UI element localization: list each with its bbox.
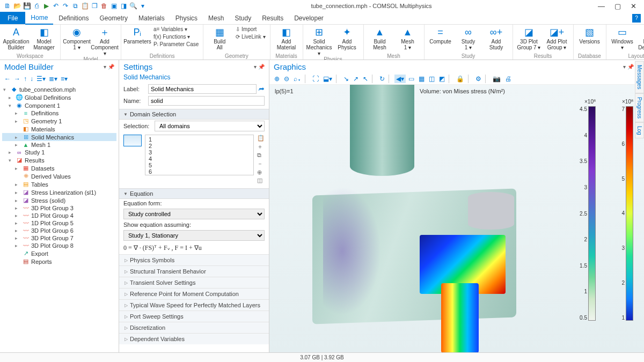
ribbon-compute-button[interactable]: =Compute: [428, 26, 453, 45]
ribbon-windows-button[interactable]: ▭Windows▾: [610, 26, 635, 50]
ribbon-study1-button[interactable]: ∞Study1 ▾: [456, 26, 481, 50]
qat-run-icon[interactable]: ▶: [42, 2, 50, 10]
ribbon-reset-button[interactable]: ↺ResetDesktop ▾: [638, 26, 644, 50]
domain-item[interactable]: 3: [149, 149, 250, 156]
transparency-icon[interactable]: ▦: [417, 75, 426, 83]
zoom-box-icon[interactable]: ⌕▾: [292, 75, 303, 83]
ribbon-parameters-button[interactable]: PᵢParameters: [125, 26, 150, 45]
qat-paste-icon[interactable]: 📋: [80, 2, 89, 10]
selection-dropdown[interactable]: All domains: [155, 121, 265, 131]
file-tab[interactable]: File: [0, 12, 25, 24]
collapsed-section[interactable]: ▷ Typical Wave Speed for Perfectly Match…: [119, 299, 269, 311]
tree-node[interactable]: ▾◆tube_connection.mph: [2, 85, 116, 93]
ribbon-model_manager-button[interactable]: ◧ModelManager: [31, 26, 57, 50]
collapsed-section[interactable]: ▷ Discretization: [119, 322, 269, 333]
tree-node[interactable]: ▸🌐Global Definitions: [2, 93, 116, 101]
domain-item[interactable]: 1: [149, 136, 250, 143]
sel-toggle-icon[interactable]: ◫: [257, 177, 265, 184]
go-default-icon[interactable]: ↘: [342, 75, 350, 83]
tree-node[interactable]: ◧Materials: [2, 125, 116, 133]
tab-developer[interactable]: Developer: [289, 12, 329, 24]
selection-thumbnail[interactable]: [123, 135, 142, 146]
collapsed-section[interactable]: ▷ Physics Symbols: [119, 254, 269, 265]
ribbon-small-item[interactable]: ⇩ Import: [235, 26, 266, 33]
grid-icon[interactable]: ◩: [437, 75, 447, 83]
tree-node[interactable]: ▾◉Component 1: [2, 101, 116, 109]
ribbon-solid_mech-button[interactable]: ⊞SolidMechanics ▾: [306, 26, 332, 56]
side-tab-log[interactable]: Log: [635, 122, 644, 139]
tree-node[interactable]: ▸〰3D Plot Group 3: [2, 204, 116, 212]
domain-list[interactable]: 123456: [145, 135, 254, 175]
qat-open-icon[interactable]: 📂: [13, 2, 21, 10]
tree-node[interactable]: ▸◪Stress Linearization (sl1): [2, 188, 116, 196]
tab-materials[interactable]: Materials: [133, 12, 170, 24]
qat-grid-icon[interactable]: ▾: [138, 2, 147, 10]
domain-item[interactable]: 2: [149, 143, 250, 149]
ribbon-versions-button[interactable]: ▧Versions: [577, 26, 603, 45]
mb-view-icon[interactable]: ≡▾: [60, 75, 69, 83]
equation-header[interactable]: ▼Equation: [119, 188, 269, 199]
qat-save-icon[interactable]: 💾: [23, 2, 31, 10]
tree-node[interactable]: ↗Export: [2, 249, 116, 257]
qat-copy-icon[interactable]: ⧉: [71, 2, 79, 10]
tab-home[interactable]: Home: [25, 12, 53, 25]
ribbon-build_all-button[interactable]: ▦BuildAll: [207, 26, 232, 50]
ribbon-add_study-button[interactable]: ∞+AddStudy: [484, 26, 509, 50]
eq-form-dropdown[interactable]: Study controlled: [123, 209, 265, 219]
tree-node[interactable]: ▸∞Study 1: [2, 149, 116, 156]
tree-node[interactable]: ⁜Derived Values: [2, 172, 116, 180]
tab-definitions[interactable]: Definitions: [53, 12, 94, 24]
lock-icon[interactable]: 🔒: [455, 75, 466, 83]
qat-up-icon[interactable]: ▣: [109, 2, 118, 10]
qat-new-icon[interactable]: 🗎: [3, 2, 12, 10]
tab-physics[interactable]: Physics: [170, 12, 203, 24]
tree-node[interactable]: ▸〰1D Plot Group 4: [2, 212, 116, 219]
refresh-icon[interactable]: ↻: [378, 75, 386, 83]
ribbon-small-item[interactable]: Pᵢ Parameter Case: [152, 41, 200, 48]
go-xy-icon[interactable]: ↗: [352, 75, 360, 83]
tab-geometry[interactable]: Geometry: [94, 12, 133, 24]
tab-study[interactable]: Study: [229, 12, 257, 24]
ribbon-3dplot-button[interactable]: ◪3D PlotGroup 7 ▾: [516, 26, 542, 50]
ribbon-small-item[interactable]: a= Variables ▾: [152, 26, 200, 33]
mb-fwd-icon[interactable]: →: [13, 75, 21, 83]
domain-selection-header[interactable]: ▼Domain Selection: [119, 109, 269, 120]
pin-icon[interactable]: ▾ 📌: [254, 64, 265, 70]
tree-node[interactable]: ▸〰3D Plot Group 8: [2, 242, 116, 249]
collapsed-section[interactable]: ▷ Transient Solver Settings: [119, 277, 269, 288]
select-icon[interactable]: ◀▾: [394, 75, 406, 83]
pin-icon[interactable]: ▾ 📌: [104, 64, 114, 70]
zoom-out-icon[interactable]: ⊖: [282, 75, 291, 83]
tree-node[interactable]: ▸▤Tables: [2, 180, 116, 188]
tab-mesh[interactable]: Mesh: [203, 12, 229, 24]
wireframe-icon[interactable]: ◫: [427, 75, 436, 83]
go-yz-icon[interactable]: ↖: [361, 75, 370, 83]
close-button[interactable]: ✕: [628, 2, 639, 10]
sel-remove-icon[interactable]: －: [257, 160, 265, 168]
ribbon-small-item[interactable]: f(x) Functions ▾: [152, 33, 200, 40]
tree-node[interactable]: ▸◳Geometry 1: [2, 117, 116, 125]
label-input[interactable]: [148, 84, 257, 94]
maximize-button[interactable]: ▢: [612, 2, 623, 10]
tree-node[interactable]: ▸◪Stress (solid): [2, 196, 116, 204]
tab-results[interactable]: Results: [257, 12, 289, 24]
show-eq-dropdown[interactable]: Study 1, Stationary: [123, 230, 265, 241]
tree-node[interactable]: ▸▦Datasets: [2, 164, 116, 172]
qat-saveas-icon[interactable]: ⎙: [32, 2, 41, 10]
ribbon-small-item[interactable]: ⟳ LiveLink ▾: [235, 33, 266, 40]
qat-dup-icon[interactable]: ❐: [90, 2, 99, 10]
model-tree[interactable]: ▾◆tube_connection.mph▸🌐Global Definition…: [0, 84, 119, 267]
tree-node[interactable]: ▸≡Definitions: [2, 109, 116, 117]
zoom-in-icon[interactable]: ⊕: [273, 75, 281, 83]
qat-down-icon[interactable]: ◨: [119, 2, 128, 10]
mb-expand-icon[interactable]: ☰▾: [35, 75, 47, 83]
sel-zoom-icon[interactable]: ⊕: [257, 169, 265, 176]
ribbon-add_component-button[interactable]: ＋AddComponent ▾: [92, 26, 118, 56]
ribbon-mesh1-button[interactable]: ▲Mesh1 ▾: [395, 26, 421, 50]
minimize-button[interactable]: —: [596, 2, 607, 10]
tree-node[interactable]: ▸〰3D Plot Group 7: [2, 234, 116, 242]
side-tab-progress[interactable]: Progress: [635, 93, 644, 122]
graphics-canvas[interactable]: lp(5)=1 Volume: von Mises stress (N/m²) …: [269, 85, 644, 352]
mb-up-icon[interactable]: ↑: [23, 75, 28, 83]
collapsed-section[interactable]: ▷ Structural Transient Behavior: [119, 265, 269, 277]
